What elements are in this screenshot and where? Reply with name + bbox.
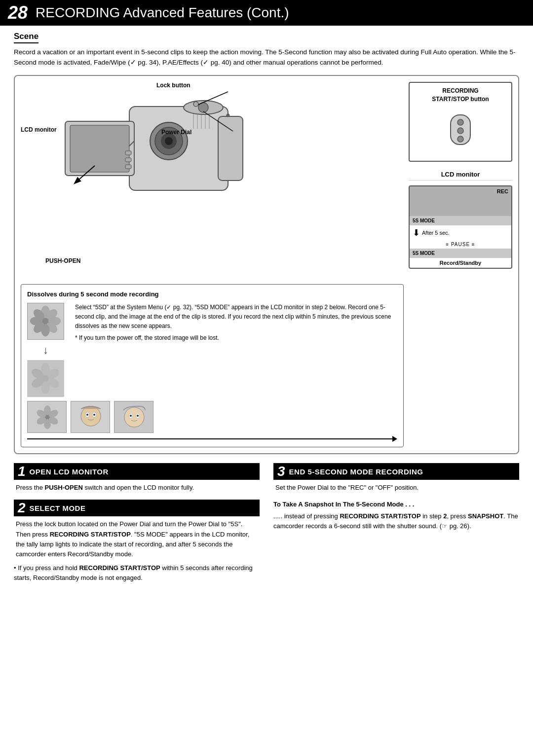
lcd-monitor-right-label: LCD monitor	[409, 169, 512, 180]
page-title: RECORDING Advanced Features (Cont.)	[36, 5, 289, 21]
svg-point-49	[86, 414, 88, 416]
step-2-number: 2	[18, 501, 26, 515]
lcd-5s-mode-1: 5S MODE	[410, 216, 511, 225]
camera-area: LCD monitor	[21, 82, 404, 254]
arrow-down-icon: ↓	[43, 342, 48, 358]
small-image-3	[114, 401, 153, 433]
step-2-header: 2 SELECT MODE	[14, 500, 260, 516]
step-1-number: 1	[18, 465, 26, 478]
steps-section: 1 OPEN LCD MONITOR Press the PUSH-OPEN s…	[14, 463, 519, 589]
diagram-box: LCD monitor	[14, 75, 519, 455]
section-title: Scene	[14, 32, 38, 43]
page-header: 28 RECORDING Advanced Features (Cont.)	[0, 0, 533, 26]
dissolves-box: Dissolves during 5 second mode recording	[21, 284, 404, 448]
svg-point-55	[137, 415, 139, 417]
dissolves-title: Dissolves during 5 second mode recording	[27, 289, 397, 299]
step-1-title: OPEN LCD MONITOR	[30, 468, 109, 476]
rec-text: REC	[497, 188, 508, 194]
step-3: 3 END 5-SECOND MODE RECORDING Set the Po…	[273, 463, 519, 493]
step-3-number: 3	[277, 465, 285, 478]
svg-point-58	[457, 128, 463, 134]
step-3-header: 3 END 5-SECOND MODE RECORDING	[273, 463, 519, 480]
svg-point-59	[457, 136, 463, 142]
recording-start-stop-box: RECORDINGSTART/STOP button	[409, 82, 512, 162]
main-content: Scene Record a vacation or an important …	[0, 26, 533, 595]
svg-point-13	[193, 102, 198, 107]
dissolves-bottom-images	[27, 401, 397, 433]
intro-text: Record a vacation or an important event …	[14, 47, 519, 68]
step-3-title: END 5-SECOND MODE RECORDING	[289, 468, 423, 476]
svg-point-22	[227, 114, 229, 117]
step-2-body: Press the lock button located on the Pow…	[14, 519, 260, 559]
flower-svg	[28, 303, 64, 340]
step-1: 1 OPEN LCD MONITOR Press the PUSH-OPEN s…	[14, 463, 260, 493]
steps-left: 1 OPEN LCD MONITOR Press the PUSH-OPEN s…	[14, 463, 260, 589]
svg-rect-15	[70, 125, 129, 172]
pause-text: ≡ PAUSE ≡	[446, 242, 475, 247]
step-2-title: SELECT MODE	[30, 504, 86, 512]
step-3-body: Set the Power Dial to the "REC" or "OFF"…	[273, 483, 519, 493]
snapshot-title: To Take A Snapshot In The 5-Second Mode …	[273, 500, 519, 509]
flower-svg-faded	[28, 360, 64, 397]
svg-rect-16	[125, 151, 131, 155]
flower-image-bottom	[27, 360, 64, 397]
steps-right: 3 END 5-SECOND MODE RECORDING Set the Po…	[273, 463, 519, 589]
right-arrow	[27, 436, 397, 442]
pause-row: ≡ PAUSE ≡	[410, 240, 511, 249]
page-number: 28	[8, 2, 28, 23]
lcd-screen-rec: REC	[410, 186, 511, 216]
dissolves-text: Select “5SD” at the System Menu (✓ pg. 3…	[75, 303, 397, 397]
recording-start-stop-label: RECORDINGSTART/STOP button	[414, 87, 507, 104]
svg-point-51	[124, 407, 144, 427]
step-1-body: Press the PUSH-OPEN switch and open the …	[14, 483, 260, 493]
diagram-right: RECORDINGSTART/STOP button LCD monitor	[409, 82, 512, 448]
lcd-panel: REC 5S MODE ⬇ After 5 sec. ≡ PAUSE ≡	[409, 185, 512, 269]
5s-mode-text: 5S MODE	[413, 218, 435, 223]
svg-point-5	[165, 137, 173, 145]
snapshot-body: ..... instead of pressing RECORDING STAR…	[273, 511, 519, 531]
snapshot-note: To Take A Snapshot In The 5-Second Mode …	[273, 500, 519, 531]
camera-svg-wrapper: Lock button Power Dial	[50, 82, 287, 250]
after-5sec-text: After 5 sec.	[422, 230, 450, 236]
step-2-bullet: • If you press and hold RECORDING START/…	[14, 563, 260, 582]
svg-rect-18	[125, 165, 131, 169]
svg-point-50	[93, 414, 95, 416]
step-2: 2 SELECT MODE Press the lock button loca…	[14, 500, 260, 582]
5s-mode-text-2: 5S MODE	[413, 251, 435, 256]
record-standby: Record/Standby	[410, 258, 511, 268]
small-image-2	[71, 401, 110, 433]
start-stop-button-svg	[431, 105, 490, 154]
camera-svg	[50, 82, 287, 250]
push-open-label: PUSH-OPEN	[45, 257, 80, 264]
step-1-header: 1 OPEN LCD MONITOR	[14, 463, 260, 480]
after-5sec-row: ⬇ After 5 sec.	[410, 225, 511, 240]
down-arrow-icon: ⬇	[413, 227, 420, 238]
svg-point-46	[81, 406, 101, 426]
svg-rect-17	[125, 158, 131, 162]
lcd-5s-mode-2: 5S MODE	[410, 249, 511, 258]
diagram-left: LCD monitor	[21, 82, 404, 448]
small-image-1	[27, 401, 67, 433]
svg-point-57	[457, 119, 463, 125]
flower-image-top	[27, 303, 64, 340]
svg-point-54	[130, 415, 132, 417]
svg-rect-1	[218, 116, 243, 180]
